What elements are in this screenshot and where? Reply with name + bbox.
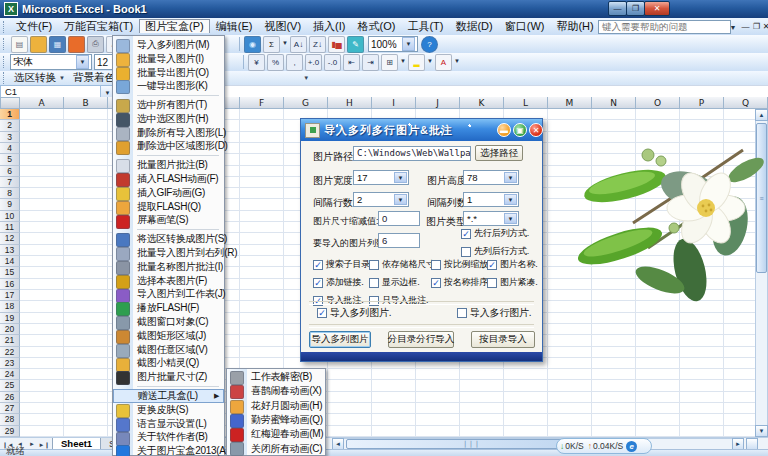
import-multicolumn-button[interactable]: 导入多列图片 [309, 331, 371, 348]
comma-style-icon[interactable]: , [286, 54, 303, 71]
workbook-minimize-button[interactable]: — [740, 21, 751, 32]
row-header-13[interactable]: 13 [0, 245, 20, 256]
column-header-O[interactable]: O [636, 97, 680, 109]
menu-item-26[interactable]: 更换皮肤(S) [113, 403, 224, 417]
option-checkbox-5[interactable]: ✓添加链接. [313, 276, 364, 289]
import-by-subdir-row-button[interactable]: 分目录分行导入 [388, 331, 454, 348]
menubar-item-7[interactable]: 格式(O) [352, 19, 402, 34]
help-icon[interactable]: ? [421, 36, 438, 53]
row-header-18[interactable]: 18 [0, 301, 20, 312]
checkbox-icon[interactable] [369, 278, 379, 288]
next-sheet-icon[interactable]: ► [26, 439, 38, 449]
menu-item-11[interactable]: 插入GIF动画(G) [113, 186, 224, 200]
network-speed-widget[interactable]: ↓ 0K/S ↑ 0.04K/S e [556, 438, 652, 454]
open-icon[interactable] [30, 36, 47, 53]
menu-item-8[interactable]: 删除选中区域图形(D) [113, 140, 224, 154]
multi-row-checkbox[interactable]: 导入多行图片. [457, 306, 531, 320]
row-header-7[interactable]: 7 [0, 177, 20, 188]
multi-column-checkbox[interactable]: ✓ 导入多列图片. [317, 306, 391, 320]
row-header-4[interactable]: 4 [0, 143, 20, 154]
column-header-F[interactable]: F [240, 97, 284, 109]
col-gap-select[interactable]: 1 [463, 192, 519, 207]
column-header-A[interactable]: A [20, 97, 64, 109]
row-header-1[interactable]: 1 [0, 109, 20, 120]
menu-item-15[interactable]: 批量导入图片到右列(R) [113, 246, 224, 260]
row-header-27[interactable]: 27 [0, 403, 20, 414]
picture-type-select[interactable]: *.* [463, 211, 519, 226]
workbook-close-button[interactable]: ✕ [762, 21, 768, 32]
flower-picture[interactable] [578, 128, 768, 316]
import-by-directory-button[interactable]: 按目录导入 [471, 331, 535, 348]
row-header-17[interactable]: 17 [0, 290, 20, 301]
last-sheet-icon[interactable]: ►❙ [38, 439, 50, 449]
dialog-maximize-button[interactable]: ▣ [513, 123, 527, 137]
menu-item-28[interactable]: 关于软件作者(B) [113, 431, 224, 445]
row-header-24[interactable]: 24 [0, 369, 20, 380]
increase-indent-icon[interactable]: ⇥ [362, 54, 379, 71]
menu-item-12[interactable]: 提取FLASH(Q) [113, 200, 224, 214]
row-header-22[interactable]: 22 [0, 347, 20, 358]
checkbox-icon[interactable] [457, 308, 467, 318]
picture-height-select[interactable]: 78 [463, 170, 519, 185]
column-header-N[interactable]: N [592, 97, 636, 109]
shrink-input[interactable]: 0 [378, 211, 420, 226]
row-header-25[interactable]: 25 [0, 380, 20, 391]
select-all-corner[interactable] [0, 97, 20, 109]
sort-ascending-icon[interactable]: A↓ [290, 36, 307, 53]
option-checkbox-3[interactable]: 按比例缩放. [431, 258, 490, 271]
column-header-K[interactable]: K [460, 97, 504, 109]
decrease-decimal-icon[interactable]: -.0 [324, 54, 341, 71]
menubar-item-8[interactable]: 工具(T) [401, 19, 449, 34]
checkbox-icon[interactable]: ✓ [317, 308, 327, 318]
submenu-item-5[interactable]: 红梅迎春动画(M) [227, 427, 325, 441]
path-input[interactable]: C:\Windows\Web\Wallpaper [353, 146, 471, 161]
menu-item-29[interactable]: 关于图片宝盒2013(A) [113, 444, 224, 456]
hyperlink-icon[interactable]: ◉ [244, 36, 261, 53]
option-checkbox-2[interactable]: 依存储格尺寸. [369, 258, 437, 271]
column-header-Q[interactable]: Q [724, 97, 768, 109]
menu-item-14[interactable]: 将选区转换成图片(S) [113, 232, 224, 246]
menu-item-22[interactable]: 截图任意区域(V) [113, 343, 224, 357]
menu-item-23[interactable]: 截图小精灵(Q) [113, 357, 224, 371]
menu-item-13[interactable]: 屏幕画笔(S) [113, 214, 224, 228]
row-header-10[interactable]: 10 [0, 211, 20, 222]
fill-color-icon[interactable]: ▂ [408, 54, 425, 71]
menubar-item-3[interactable]: 图片宝盒(P) [139, 19, 210, 33]
option-checkbox-4[interactable]: ✓图片名称. [487, 258, 538, 271]
column-header-G[interactable]: G [284, 97, 328, 109]
percent-icon[interactable]: % [267, 54, 284, 71]
help-dropdown-icon[interactable]: ▼ [727, 20, 739, 34]
option-checkbox-6[interactable]: 显示边框. [369, 276, 420, 289]
row-header-20[interactable]: 20 [0, 324, 20, 335]
font-color-icon[interactable]: A [435, 54, 452, 71]
menu-item-4[interactable]: 一键导出图形(K) [113, 79, 224, 93]
checkbox-icon[interactable]: ✓ [461, 229, 471, 239]
row-header-11[interactable]: 11 [0, 222, 20, 233]
menu-item-17[interactable]: 选择本表图片(F) [113, 274, 224, 288]
menu-item-27[interactable]: 语言显示设置(L) [113, 417, 224, 431]
scroll-down-icon[interactable]: ▼ [755, 425, 768, 437]
menu-item-25[interactable]: 赠送工具盒(L)▶ [113, 389, 224, 403]
row-header-19[interactable]: 19 [0, 313, 20, 324]
save-icon[interactable]: ▦ [49, 36, 66, 53]
menu-item-20[interactable]: 截图窗口对象(C) [113, 315, 224, 329]
menu-item-7[interactable]: 删除所有导入图形(L) [113, 126, 224, 140]
chevron-down-icon[interactable]: ▼ [281, 36, 289, 51]
font-name-select[interactable]: 宋体▼ [10, 54, 92, 70]
option-checkbox-8[interactable]: 图片紧凑. [487, 276, 538, 289]
checkbox-icon[interactable]: ✓ [431, 278, 441, 288]
option-checkbox-7[interactable]: ✓按名称排序. [431, 276, 490, 289]
row-header-14[interactable]: 14 [0, 256, 20, 267]
row-header-29[interactable]: 29 [0, 426, 20, 437]
row-header-23[interactable]: 23 [0, 358, 20, 369]
menu-item-6[interactable]: 选中选区图片(H) [113, 112, 224, 126]
column-header-I[interactable]: I [372, 97, 416, 109]
new-workbook-icon[interactable]: ▤ [11, 36, 28, 53]
column-header-M[interactable]: M [548, 97, 592, 109]
row-header-2[interactable]: 2 [0, 120, 20, 131]
column-header-P[interactable]: P [680, 97, 724, 109]
browse-path-button[interactable]: 选择路径 [475, 145, 523, 161]
workbook-restore-button[interactable]: ❐ [751, 21, 762, 32]
column-header-B[interactable]: B [64, 97, 108, 109]
row-header-15[interactable]: 15 [0, 267, 20, 278]
